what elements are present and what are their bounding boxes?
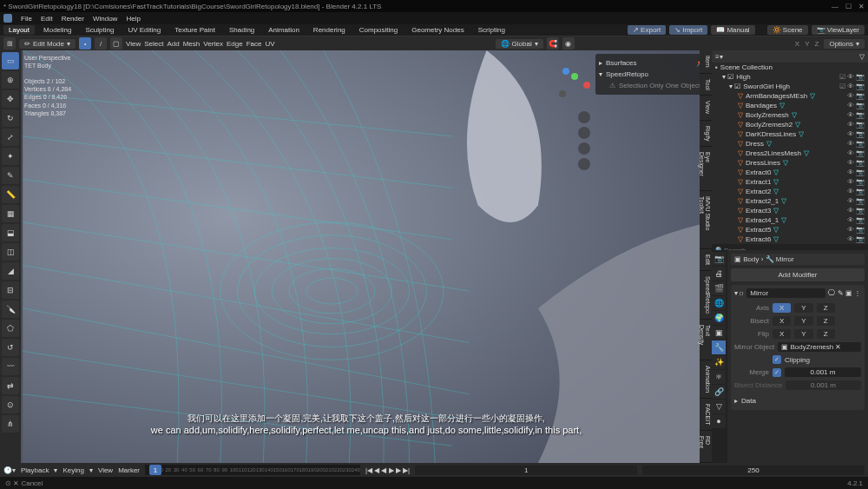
bisect-y-button[interactable]: Y bbox=[794, 316, 812, 326]
mirror-object-field[interactable]: ▣ BodyZremesh ✕ bbox=[778, 342, 861, 352]
edge-select-icon[interactable]: / bbox=[95, 37, 107, 50]
menu-face[interactable]: Face bbox=[247, 40, 262, 48]
tab-uv-editing[interactable]: UV Editing bbox=[122, 25, 166, 35]
ntab-item[interactable]: Item bbox=[700, 50, 712, 74]
outliner-item[interactable]: ▽ Extract2_1 ▽👁 📷 bbox=[712, 196, 868, 206]
merge-checkbox[interactable]: ✓ bbox=[773, 368, 781, 377]
bisect-distance-field[interactable]: 0.001 m bbox=[786, 380, 861, 390]
scale-tool-icon[interactable]: ⤢ bbox=[2, 129, 19, 146]
tab-animation[interactable]: Animation bbox=[263, 25, 305, 35]
current-frame-marker[interactable]: 1 bbox=[149, 465, 161, 475]
ntab-imvu[interactable]: IMVU Studio Toolkit bbox=[700, 191, 712, 249]
outliner-editor-icon[interactable]: ≡▾ bbox=[715, 53, 723, 61]
vertex-select-icon[interactable]: • bbox=[79, 37, 91, 50]
tab-shading[interactable]: Shading bbox=[224, 25, 260, 35]
outliner-collection-high[interactable]: ▾ ☑ High☑ 👁 📷 bbox=[712, 72, 868, 82]
prop-tab-material[interactable]: ● bbox=[712, 414, 726, 428]
add-cube-tool-icon[interactable]: ▦ bbox=[2, 205, 19, 222]
menu-mesh[interactable]: Mesh bbox=[183, 40, 201, 48]
camera-icon[interactable] bbox=[578, 142, 590, 155]
playback-controls[interactable]: |◀ ◀ ◀ ▶ ▶ ▶| bbox=[365, 466, 410, 474]
ntab-animation[interactable]: Animation bbox=[700, 360, 712, 399]
manual-button[interactable]: 📖 Manual bbox=[711, 25, 754, 35]
extrude-tool-icon[interactable]: ⬓ bbox=[2, 224, 19, 241]
menu-render[interactable]: Render bbox=[62, 15, 84, 23]
tab-geometry-nodes[interactable]: Geometry Nodes bbox=[406, 25, 469, 35]
snap-icon[interactable]: 🧲 bbox=[547, 37, 559, 50]
prop-tab-data[interactable]: ▽ bbox=[712, 400, 726, 413]
knife-tool-icon[interactable]: 🔪 bbox=[2, 301, 19, 318]
tab-sculpting[interactable]: Sculpting bbox=[81, 25, 120, 35]
tab-scripting[interactable]: Scripting bbox=[473, 25, 510, 35]
outliner-item[interactable]: ▽ Dress ▽👁 📷 bbox=[712, 139, 868, 149]
transform-tool-icon[interactable]: ✦ bbox=[2, 148, 19, 165]
perspective-icon[interactable] bbox=[578, 158, 590, 170]
poly-build-tool-icon[interactable]: ⬠ bbox=[2, 320, 19, 337]
timeline-marker[interactable]: Marker bbox=[118, 466, 140, 474]
outliner-item[interactable]: ▽ DressLines ▽👁 📷 bbox=[712, 158, 868, 168]
gizmo-z-axis[interactable] bbox=[562, 68, 569, 75]
menu-window[interactable]: Window bbox=[93, 15, 117, 23]
scene-selector[interactable]: 🔆 Scene bbox=[767, 25, 808, 35]
flip-x-button[interactable]: X bbox=[773, 329, 791, 339]
menu-edit[interactable]: Edit bbox=[41, 15, 53, 23]
outliner-item[interactable]: ▽ Extract2 ▽👁 📷 bbox=[712, 187, 868, 196]
select-box-tool-icon[interactable]: ▭ bbox=[2, 52, 19, 69]
outliner-scene-collection[interactable]: ▪ Scene Collection bbox=[712, 63, 868, 72]
proportional-icon[interactable]: ◉ bbox=[562, 37, 575, 50]
outliner-item[interactable]: ▽ Extract3 ▽👁 📷 bbox=[712, 206, 868, 215]
move-tool-icon[interactable]: ✥ bbox=[2, 90, 19, 108]
timeline-view[interactable]: View bbox=[98, 466, 113, 474]
prop-tab-constraint[interactable]: 🔗 bbox=[712, 385, 726, 399]
ntab-rdfree[interactable]: RD Free bbox=[700, 431, 712, 463]
modifier-header[interactable]: ▾ ⟥ Mirror 🖵 ✎ ▣ ⋮ bbox=[734, 288, 861, 298]
rotate-tool-icon[interactable]: ↻ bbox=[2, 109, 19, 127]
menu-file[interactable]: File bbox=[21, 15, 32, 23]
tab-rendering[interactable]: Rendering bbox=[308, 25, 351, 35]
add-modifier-button[interactable]: Add Modifier bbox=[731, 268, 865, 281]
shrink-tool-icon[interactable]: ⊙ bbox=[2, 396, 19, 413]
blender-logo-icon[interactable] bbox=[3, 14, 12, 23]
annotate-tool-icon[interactable]: ✎ bbox=[2, 167, 19, 184]
timeline-keying[interactable]: Keying bbox=[62, 466, 83, 474]
cursor-tool-icon[interactable]: ⊕ bbox=[2, 71, 19, 89]
bevel-tool-icon[interactable]: ◢ bbox=[2, 262, 19, 280]
spin-tool-icon[interactable]: ↺ bbox=[2, 339, 19, 356]
bisect-x-button[interactable]: X bbox=[773, 316, 791, 326]
prop-tab-viewlayer[interactable]: 🎬 bbox=[712, 281, 726, 295]
outliner-item[interactable]: ▽ BodyZremesh2 ▽👁 📷 bbox=[712, 120, 868, 129]
face-select-icon[interactable]: ▢ bbox=[110, 37, 122, 50]
npanel-bsurfaces[interactable]: ▸ Bsurfaces 📌 bbox=[599, 57, 705, 69]
outliner-item[interactable]: ▽ Extract0 ▽👁 📷 bbox=[712, 168, 868, 177]
menu-select[interactable]: Select bbox=[144, 40, 163, 48]
edge-slide-tool-icon[interactable]: ⇄ bbox=[2, 377, 19, 394]
prop-tab-modifier[interactable]: 🔧 bbox=[712, 340, 726, 354]
modifier-name-field[interactable]: Mirror bbox=[746, 288, 825, 298]
smooth-tool-icon[interactable]: 〰 bbox=[2, 358, 19, 375]
outliner-item[interactable]: ▽ ArmBandagesMEsh ▽👁 📷 bbox=[712, 91, 868, 101]
prop-tab-physics[interactable]: ⚛ bbox=[712, 370, 726, 384]
bisect-z-button[interactable]: Z bbox=[817, 316, 835, 326]
modifier-display-icons[interactable]: 🖵 ✎ ▣ ⋮ bbox=[828, 289, 861, 297]
merge-value-field[interactable]: 0.001 m bbox=[785, 367, 861, 377]
prop-tab-world[interactable]: 🌍 bbox=[712, 311, 726, 325]
mode-dropdown[interactable]: ✏ Edit Mode ▾ bbox=[19, 39, 76, 49]
outliner-collection-sword[interactable]: ▾ ☑ SwordGirl High☑ 👁 📷 bbox=[712, 82, 868, 91]
prop-tab-particle[interactable]: ✨ bbox=[712, 355, 726, 369]
outliner-item[interactable]: ▽ DarKDressLines ▽👁 📷 bbox=[712, 129, 868, 139]
outliner-item[interactable]: ▽ Extract4_1 ▽👁 📷 bbox=[712, 215, 868, 225]
measure-tool-icon[interactable]: 📏 bbox=[2, 186, 19, 203]
orientation-dropdown[interactable]: 🌐 Global ▾ bbox=[496, 39, 543, 49]
prop-tab-render[interactable]: 📷 bbox=[712, 252, 726, 266]
filter-icon[interactable]: ▽ bbox=[859, 53, 865, 61]
timeline-editor-icon[interactable]: 🕐▾ bbox=[3, 466, 16, 474]
axis-z-button[interactable]: Z bbox=[817, 303, 835, 313]
flip-z-button[interactable]: Z bbox=[817, 329, 835, 339]
frame-current-field[interactable]: 1 bbox=[415, 466, 637, 475]
tab-compositing[interactable]: Compositing bbox=[354, 25, 403, 35]
gizmo-y-axis[interactable] bbox=[571, 73, 578, 80]
outliner-item[interactable]: ▽ Dress2LinesMesh ▽👁 📷 bbox=[712, 149, 868, 158]
menu-add[interactable]: Add bbox=[167, 40, 179, 48]
outliner-item[interactable]: ▽ Extract6 ▽👁 📷 bbox=[712, 235, 868, 244]
axis-x-button[interactable]: X bbox=[773, 303, 791, 313]
